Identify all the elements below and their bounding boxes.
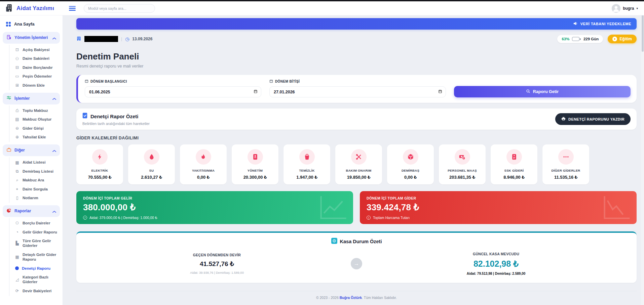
expense-card-ssk: SSK GİDERİ 8.946,00 ₺ — [491, 144, 537, 184]
sidebar-item-kategori-bazli-giderler[interactable]: ◿Kategori Bazlı Giderler — [9, 273, 63, 287]
app-logo-building-icon — [5, 3, 13, 13]
print-audit-report-button[interactable]: DENETÇİ RAPORUNU YAZDIR — [555, 113, 631, 125]
document-check-icon — [82, 113, 87, 120]
date-picker-icon[interactable] — [254, 89, 258, 95]
salary-icon — [455, 149, 470, 165]
scrollbar[interactable] — [641, 1, 644, 305]
sliders-icon — [6, 95, 11, 102]
calendar-icon — [85, 79, 88, 84]
cash-summary-card: Kasa Durum Özeti GEÇEN DÖNEMDEN DEVİR 41… — [76, 231, 637, 283]
sidebar-item-toplu-makbuz[interactable]: ⎙Toplu Makbuz — [9, 106, 63, 115]
sidebar-item-devir-bakiyeleri[interactable]: ⟳Devir Bakiyeleri — [9, 287, 63, 295]
building-icon — [6, 35, 11, 41]
sidebar-item-notlarim[interactable]: ▯Notlarım — [9, 193, 63, 202]
sidebar: Ana Sayfa Yönetim İşlemleri ⊡Açılış Baki… — [0, 15, 63, 305]
license-days: 229 Gün — [583, 37, 599, 41]
list-icon: ▦ — [15, 160, 20, 165]
topbar: Aidat Yazılımı bugra ▾ — [0, 1, 644, 15]
report-subtitle: Belirtilen tarih aralığındaki tüm hareke… — [82, 122, 150, 126]
fetch-report-button[interactable]: Raporu Getir — [454, 86, 631, 97]
lightning-icon — [92, 149, 108, 165]
expense-card-personel: PERSONEL MAAŞ 203.681,35 ₺ — [439, 144, 486, 184]
sidebar-item-denetci-raporu[interactable]: Denetçi Raporu — [9, 264, 63, 273]
audit-summary-card: Denetçi Rapor Özeti Belirtilen tarih ara… — [76, 108, 637, 130]
refresh-icon: ⟳ — [15, 289, 20, 293]
sidebar-item-daire-sorgula[interactable]: ⌖Daire Sorgula — [9, 185, 63, 193]
expense-card-yonetim: YÖNETİM 20.300,00 ₺ — [232, 144, 278, 184]
search-icon: ⌕ — [15, 178, 20, 182]
bar-chart-icon: ▙ — [15, 241, 20, 246]
debtor-icon: ⚇ — [15, 221, 20, 225]
sidebar-item-tahsilat-ekle[interactable]: ⊕Tahsilat Ekle — [9, 133, 63, 141]
author-link[interactable]: Buğra Öztürk — [340, 296, 362, 300]
sidebar-item-detayli-gelir-gider-raporu[interactable]: ▦Detaylı Gelir Gider Raporu — [9, 250, 63, 264]
sidebar-section-diger[interactable]: Diğer — [3, 144, 60, 156]
license-percent: 63% — [562, 37, 569, 41]
sidebar-item-daire-borclandir[interactable]: ⊟Daire Borçlandır — [9, 63, 63, 72]
sidebar-item-aidat-listesi[interactable]: ▦Aidat Listesi — [9, 158, 63, 167]
chevron-up-icon — [52, 147, 56, 154]
start-date-label-row: DÖNEM BAŞLANGICI — [85, 79, 261, 84]
sidebar-item-donem-ekle[interactable]: ⊞Dönem Ekle — [9, 81, 63, 90]
building-small-icon — [76, 36, 81, 42]
brand[interactable]: Aidat Yazılımı — [0, 3, 63, 13]
safe-icon: ⊡ — [15, 47, 20, 52]
sidebar-section-yonetim[interactable]: Yönetim İşlemleri — [3, 32, 60, 44]
plus-circle-icon: ⊕ — [15, 135, 20, 139]
sidebar-item-daire-sakinleri[interactable]: ⚇Daire Sakinleri — [9, 54, 63, 63]
chevron-up-icon — [52, 35, 56, 41]
info-row: | ◷ 13.09.2026 63% 229 Gün Eğitim — [76, 35, 637, 43]
hamburger-menu-icon[interactable] — [69, 6, 76, 11]
end-date-input[interactable] — [269, 86, 446, 97]
page-footer: © 2023 - 2026 Buğra Öztürk. Tüm Hakları … — [76, 291, 637, 300]
flame-icon — [196, 149, 211, 165]
expense-card-demirbas: DEMİRBAŞ 0,00 ₺ — [387, 144, 434, 184]
user-menu[interactable]: bugra ▾ — [612, 4, 638, 13]
start-date-input[interactable] — [85, 86, 261, 97]
sidebar-item-acilis-bakiyesi[interactable]: ⊡Açılış Bakiyesi — [9, 45, 63, 54]
cash-title: Kasa Durum Özeti — [340, 239, 382, 244]
chevron-up-icon — [52, 95, 56, 101]
current-date: 13.09.2026 — [132, 37, 152, 41]
id-badge-icon — [248, 149, 263, 165]
calendar-icon — [269, 79, 273, 84]
expense-card-bakim: BAKIM ONARIM 19.850,00 ₺ — [335, 144, 382, 184]
sidebar-section-islemler[interactable]: İşlemler — [3, 93, 60, 104]
sidebar-item-makbuz-olustur[interactable]: ▤Makbuz Oluştur — [9, 115, 63, 124]
sidebar-item-gelir-gider-raporu[interactable]: ◔Gelir Gider Raporu — [9, 228, 63, 236]
date-picker-icon[interactable] — [438, 89, 442, 95]
search-input[interactable] — [88, 6, 151, 10]
layers-icon: ⧉ — [15, 169, 20, 174]
trend-up-chart-icon — [319, 194, 348, 222]
building-name-redacted — [84, 36, 118, 42]
database-backup-button[interactable]: VERİ TABANI YEDEKLEME — [573, 21, 631, 27]
user-name: bugra — [623, 6, 634, 11]
total-income-card: DÖNEM İÇİ TOPLAM GELİR 380.000,00 ₺ ✓ Ai… — [76, 191, 353, 224]
line-chart-icon: ◿ — [15, 277, 20, 282]
sidebar-item-borclu-daireler[interactable]: ⚇Borçlu Daireler — [9, 219, 63, 227]
sidebar-item-gider-girisi[interactable]: ⊖Gider Girişi — [9, 124, 63, 133]
sidebar-item-home[interactable]: Ana Sayfa — [0, 19, 63, 30]
pie-chart-icon — [6, 208, 11, 214]
sidebar-item-pesin-odemeler[interactable]: ▭Peşin Ödemeler — [9, 72, 63, 81]
main-content: VERİ TABANI YEDEKLEME | ◷ 13.09.2026 63%… — [63, 15, 644, 305]
arrow-right-icon: → — [351, 258, 362, 269]
divider: | — [121, 37, 122, 41]
page-title: Denetim Paneli — [76, 51, 637, 62]
totals-row: DÖNEM İÇİ TOPLAM GELİR 380.000,00 ₺ ✓ Ai… — [76, 191, 637, 224]
search-icon — [526, 89, 530, 94]
sidebar-item-ture-gore-gelir-giderler[interactable]: ▙Türe Göre Gelir Giderler — [9, 236, 63, 250]
sidebar-section-raporlar[interactable]: Raporlar — [3, 205, 60, 217]
announcement-banner: VERİ TABANI YEDEKLEME — [76, 18, 637, 30]
sidebar-item-makbuz-ara[interactable]: ⌕Makbuz Ara — [9, 176, 63, 184]
expense-card-diger: DİĞER GİDERLER 11.535,16 ₺ — [542, 144, 589, 184]
sidebar-sublist-islemler: ⎙Toplu Makbuz ▤Makbuz Oluştur ⊖Gider Gir… — [9, 105, 63, 142]
sidebar-item-demirbas-listesi[interactable]: ⧉Demirbaş Listesi — [9, 167, 63, 176]
training-button[interactable]: Eğitim — [608, 35, 637, 43]
scrollbar-thumb[interactable] — [642, 15, 644, 52]
app-title: Aidat Yazılımı — [16, 5, 54, 12]
sidebar-sublist-raporlar: ⚇Borçlu Daireler ◔Gelir Gider Raporu ▙Tü… — [9, 218, 63, 296]
total-expense-card: DÖNEM İÇİ TOPLAM GİDER 339.424,78 ₺ i To… — [360, 191, 637, 224]
global-search[interactable] — [84, 4, 155, 13]
page-subtitle: Resmi denetçi raporu ve mali veriler — [76, 64, 637, 69]
